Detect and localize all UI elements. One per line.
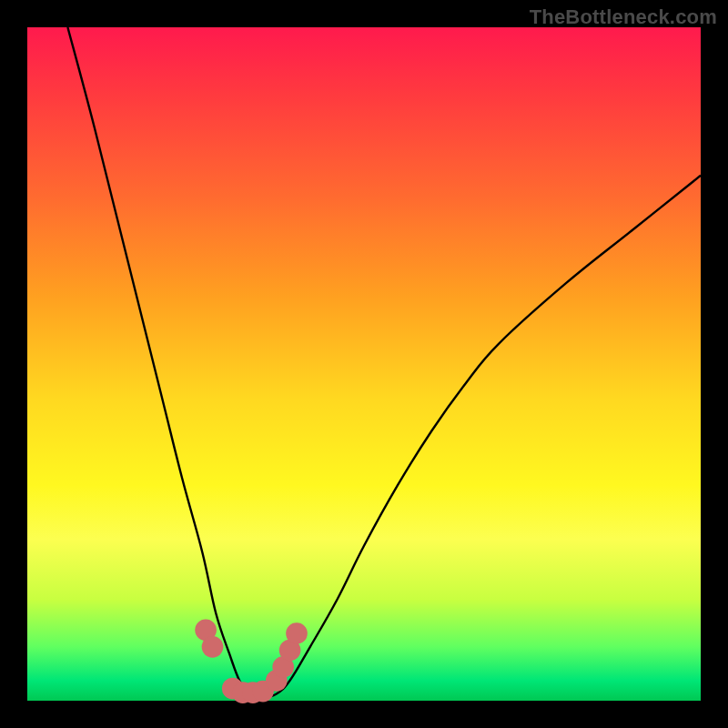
bottleneck-curve-svg [27,27,701,701]
bottleneck-curve [67,27,701,697]
plot-area [27,27,701,701]
chart-frame: TheBottleneck.com [0,0,728,728]
curve-marker [286,622,308,644]
curve-markers [195,619,308,703]
curve-marker [202,636,224,658]
watermark-text: TheBottleneck.com [530,5,717,29]
